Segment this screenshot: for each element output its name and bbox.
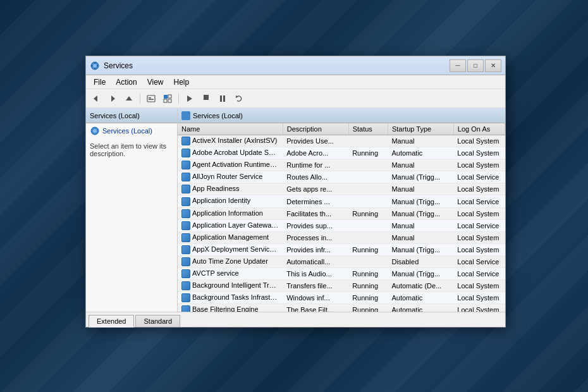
service-logon: Local Service xyxy=(453,255,505,267)
service-status xyxy=(348,159,388,171)
services-local-label: Services (Local) xyxy=(102,127,152,135)
table-row[interactable]: App Readiness Gets apps re... Manual Loc… xyxy=(178,183,505,195)
bottom-tabs: Extended Standard xyxy=(86,312,505,327)
service-desc: Provides Use... xyxy=(283,135,348,147)
service-desc: Routes Allo... xyxy=(283,171,348,183)
service-startup: Manual (Trigg... xyxy=(388,195,453,207)
service-desc: Determines ... xyxy=(283,195,348,207)
service-desc: Processes in... xyxy=(283,231,348,243)
main-content: Services (Local) Services (Local) Select… xyxy=(86,108,505,312)
restart-service-button[interactable] xyxy=(231,92,247,106)
properties-button[interactable] xyxy=(144,92,159,106)
left-panel-header: Services (Local) xyxy=(86,108,177,123)
service-logon: Local System xyxy=(453,231,505,243)
pause-service-button[interactable] xyxy=(215,92,230,106)
service-logon: Local Service xyxy=(453,219,505,231)
service-status xyxy=(348,171,388,183)
svg-rect-18 xyxy=(220,95,222,102)
table-row[interactable]: Application Layer Gateway S... Provides … xyxy=(178,219,505,231)
tab-standard[interactable]: Standard xyxy=(135,315,180,327)
toolbar-separator-2 xyxy=(178,93,179,104)
right-panel-header: Services (Local) xyxy=(178,108,505,123)
col-startup[interactable]: Startup Type xyxy=(388,123,453,135)
service-desc: Provides infr... xyxy=(283,243,348,255)
table-row[interactable]: Application Information Facilitates th..… xyxy=(178,207,505,219)
table-row[interactable]: AVCTP service This is Audio... Running M… xyxy=(178,268,505,280)
table-row[interactable]: ActiveX Installer (AxInstSV) Provides Us… xyxy=(178,135,505,147)
service-startup: Manual xyxy=(388,183,453,195)
table-row[interactable]: Auto Time Zone Updater Automaticall... D… xyxy=(178,255,505,267)
tab-extended[interactable]: Extended xyxy=(89,315,134,328)
menu-view[interactable]: View xyxy=(142,77,169,88)
service-startup: Manual xyxy=(388,135,453,147)
svg-marker-8 xyxy=(126,96,132,101)
service-name: Application Layer Gateway S... xyxy=(178,219,283,231)
left-panel-description: Select an item to view its description. xyxy=(86,138,177,312)
forward-button[interactable] xyxy=(105,92,120,106)
services-local-item[interactable]: Services (Local) xyxy=(86,123,177,138)
service-status: Running xyxy=(348,268,388,280)
svg-rect-3 xyxy=(94,68,95,70)
service-status: Running xyxy=(348,243,388,255)
service-name: Auto Time Zone Updater xyxy=(178,255,283,267)
toolbar-separator-1 xyxy=(140,93,140,104)
service-status xyxy=(348,183,388,195)
service-name: Application Management xyxy=(178,231,283,243)
service-logon: Local System xyxy=(453,207,505,219)
back-button[interactable] xyxy=(89,92,104,106)
service-startup: Manual xyxy=(388,159,453,171)
maximize-button[interactable]: □ xyxy=(467,59,484,72)
service-logon: Local System xyxy=(453,292,505,304)
table-row[interactable]: Application Management Processes in... M… xyxy=(178,231,505,243)
title-bar: Services ─ □ ✕ xyxy=(86,56,505,75)
table-row[interactable]: Background Intelligent Tran... Transfers… xyxy=(178,280,505,292)
svg-marker-16 xyxy=(187,95,192,102)
table-row[interactable]: Background Tasks Infrastruc... Windows i… xyxy=(178,292,505,304)
svg-rect-10 xyxy=(149,97,151,99)
menu-file[interactable]: File xyxy=(89,77,111,88)
table-row[interactable]: AppX Deployment Service (A... Provides i… xyxy=(178,243,505,255)
menu-action[interactable]: Action xyxy=(111,77,142,88)
up-button[interactable] xyxy=(121,92,137,106)
service-logon: Local System xyxy=(453,304,505,312)
col-description[interactable]: Description xyxy=(283,123,348,135)
svg-rect-11 xyxy=(149,99,154,100)
table-row[interactable]: Application Identity Determines ... Manu… xyxy=(178,195,505,207)
service-status: Running xyxy=(348,304,388,312)
col-status[interactable]: Status xyxy=(348,123,388,135)
table-row[interactable]: AllJoyn Router Service Routes Allo... Ma… xyxy=(178,171,505,183)
start-service-button[interactable] xyxy=(182,92,197,106)
show-hide-button[interactable] xyxy=(160,92,175,106)
service-status xyxy=(348,195,388,207)
table-header: Name Description Status Startup Type Log… xyxy=(178,123,505,135)
menu-bar: File Action View Help xyxy=(86,75,505,89)
stop-service-button[interactable] xyxy=(199,92,214,106)
services-icon xyxy=(90,126,100,136)
svg-point-22 xyxy=(93,129,97,133)
service-logon: Local Service xyxy=(453,268,505,280)
svg-rect-9 xyxy=(147,95,155,102)
service-logon: Local System xyxy=(453,280,505,292)
service-name: ActiveX Installer (AxInstSV) xyxy=(178,135,283,147)
service-startup: Manual (Trigg... xyxy=(388,207,453,219)
table-row[interactable]: Base Filtering Engine The Base Filt... R… xyxy=(178,304,505,312)
right-panel-title: Services (Local) xyxy=(193,112,243,119)
close-button[interactable]: ✕ xyxy=(485,59,501,72)
service-status xyxy=(348,219,388,231)
service-logon: Local System xyxy=(453,243,505,255)
service-startup: Automatic xyxy=(388,304,453,312)
table-row[interactable]: Adobe Acrobat Update Servi... Adobe Acro… xyxy=(178,147,505,159)
service-status xyxy=(348,255,388,267)
services-table[interactable]: Name Description Status Startup Type Log… xyxy=(178,123,505,312)
svg-rect-13 xyxy=(168,95,171,98)
col-logon[interactable]: Log On As xyxy=(453,123,505,135)
service-desc: Provides sup... xyxy=(283,219,348,231)
minimize-button[interactable]: ─ xyxy=(450,59,466,72)
menu-help[interactable]: Help xyxy=(169,77,195,88)
service-name: AppX Deployment Service (A... xyxy=(178,243,283,255)
col-name[interactable]: Name xyxy=(178,123,283,135)
service-startup: Manual (Trigg... xyxy=(388,171,453,183)
service-logon: Local Service xyxy=(453,171,505,183)
table-row[interactable]: Agent Activation Runtime_b... Runtime fo… xyxy=(178,159,505,171)
services-window: Services ─ □ ✕ File Action View Help xyxy=(85,56,506,328)
